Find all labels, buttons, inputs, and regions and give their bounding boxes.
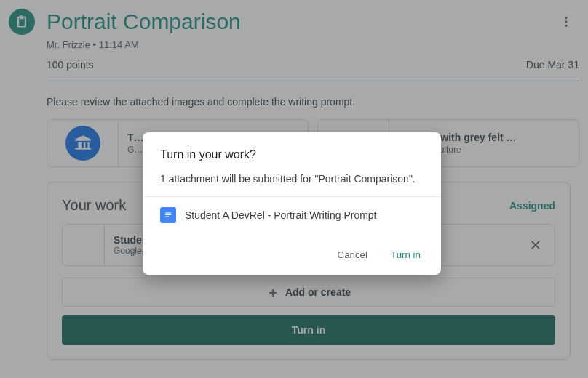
dialog-divider [143, 196, 441, 197]
google-doc-icon [160, 207, 176, 223]
dialog-attachment-name: Student A DevRel - Portrait Writing Prom… [185, 209, 377, 221]
cancel-button[interactable]: Cancel [335, 244, 371, 266]
dialog-actions: Cancel Turn in [160, 244, 424, 266]
dialog-body: 1 attachment will be submitted for "Port… [160, 173, 424, 185]
dialog-attachment-row: Student A DevRel - Portrait Writing Prom… [160, 207, 424, 223]
dialog-turn-in-button[interactable]: Turn in [388, 244, 424, 266]
turn-in-dialog: Turn in your work? 1 attachment will be … [143, 132, 441, 275]
dialog-title: Turn in your work? [160, 148, 424, 161]
